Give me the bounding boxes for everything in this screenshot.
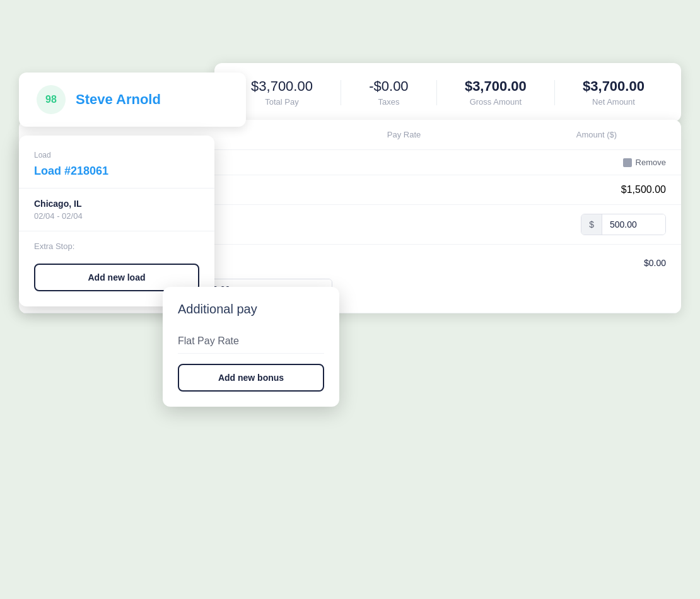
net-amount: $3,700.00	[583, 78, 645, 95]
load-divider-2	[19, 231, 214, 231]
total-pay-label: Total Pay	[251, 97, 313, 107]
total-pay-item: $3,700.00 Total Pay	[251, 78, 313, 107]
profile-card: 98 Steve Arnold	[19, 73, 246, 127]
remove-icon	[623, 158, 632, 167]
per-diem-amount: $0.00	[644, 258, 666, 268]
flat-pay-input-wrapper: $	[581, 214, 666, 235]
summary-divider-3	[554, 80, 555, 105]
score-badge: 98	[37, 85, 66, 114]
extra-stop-label: Extra Stop:	[34, 241, 199, 251]
flat-pay-currency: $	[581, 214, 602, 235]
load-location: Chicago, IL	[34, 199, 199, 209]
net-amount-label: Net Amount	[583, 97, 645, 107]
load-number-prefix: Load	[34, 165, 64, 177]
remove-button[interactable]: Remove	[623, 158, 666, 167]
load-dates: 02/04 - 02/04	[34, 211, 199, 221]
load-number: Load #218061	[34, 165, 199, 178]
load-label: Load	[34, 151, 199, 160]
flat-pay-rate-option[interactable]: Flat Pay Rate	[178, 329, 324, 354]
add-new-bonus-button[interactable]: Add new bonus	[178, 364, 324, 392]
taxes-label: Taxes	[369, 97, 408, 107]
flat-pay-input[interactable]	[602, 214, 665, 235]
dropdown-title: Additional pay	[178, 302, 324, 317]
load-number-value: #218061	[64, 165, 108, 177]
profile-name: Steve Arnold	[76, 91, 161, 108]
summary-card: $3,700.00 Total Pay -$0.00 Taxes $3,700.…	[214, 63, 681, 122]
load-divider-1	[19, 188, 214, 189]
col-header-pay-rate: Pay Rate	[281, 130, 527, 139]
flat-pay-input-group: $	[581, 214, 666, 235]
gross-amount: $3,700.00	[465, 78, 527, 95]
left-panel: Load Load #218061 Chicago, IL 02/04 - 02…	[19, 136, 214, 306]
taxes-amount: -$0.00	[369, 78, 408, 95]
total-pay-amount: $3,700.00	[251, 78, 313, 95]
summary-divider-1	[341, 80, 341, 105]
net-amount-item: $3,700.00 Net Amount	[583, 78, 645, 107]
summary-divider-2	[436, 80, 437, 105]
remove-label: Remove	[636, 158, 666, 167]
gross-amount-label: Gross Amount	[465, 97, 527, 107]
dropdown-popup: Additional pay Flat Pay Rate Add new bon…	[163, 287, 339, 407]
additional-pay-amount: $1,500.00	[621, 184, 666, 195]
col-header-amount: Amount ($)	[527, 130, 666, 139]
taxes-item: -$0.00 Taxes	[369, 78, 408, 107]
gross-amount-item: $3,700.00 Gross Amount	[465, 78, 527, 107]
